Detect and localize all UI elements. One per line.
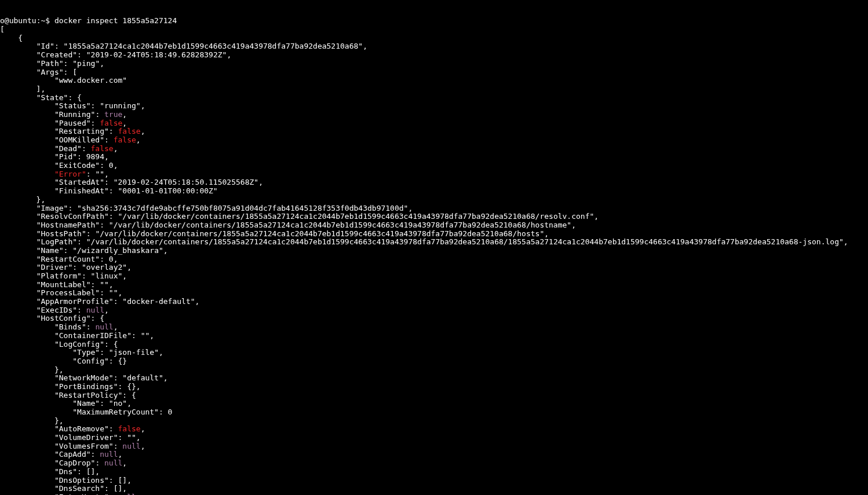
terminal-output[interactable]: o@ubuntu:~$ docker inspect 1855a5a27124 …: [0, 17, 868, 495]
